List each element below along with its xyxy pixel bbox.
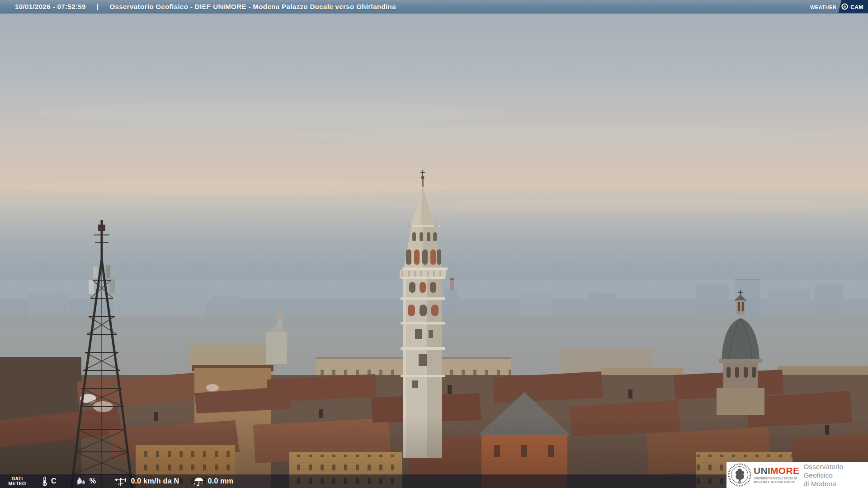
unimore-seal-icon — [728, 463, 751, 487]
webcam-page: 10/01/2026 - 07:52:59 | Osservatorio Geo… — [0, 0, 868, 488]
camera-title: Osservatorio Geofisico - DIEF UNIMORE - … — [109, 3, 396, 10]
weathercam-cam-box: Cam — [838, 0, 868, 13]
humidity-reading: % — [75, 476, 96, 486]
weathercam-weather-text: Weather — [810, 3, 836, 11]
top-info-bar: 10/01/2026 - 07:52:59 | Osservatorio Geo… — [0, 0, 868, 14]
observatory-name-line1: Osservatorio Geofisico — [803, 462, 868, 479]
humidity-value: % — [90, 477, 96, 485]
observatory-name: Osservatorio Geofisico di Modena — [803, 462, 868, 488]
unimore-subtitle-line1: UNIVERSITÀ DEGLI STUDI DI — [754, 477, 799, 480]
meteo-label-line2: METEO — [6, 481, 28, 486]
unimore-wordmark-block: UNIMORE UNIVERSITÀ DEGLI STUDI DI MODENA… — [754, 466, 799, 484]
city-photo — [0, 0, 868, 488]
unimore-subtitle-line2: MODENA E REGGIO EMILIA — [754, 480, 799, 484]
observatory-name-line2: di Modena — [803, 479, 868, 488]
unimore-uni-text: UNI — [754, 465, 770, 476]
wind-vane-icon — [114, 476, 127, 486]
weathercam-logo: Weather Cam — [810, 0, 868, 13]
weathercam-cam-text: Cam — [850, 2, 863, 11]
rain-value: 0.0 mm — [208, 477, 233, 485]
timestamp: 10/01/2026 - 07:52:59 — [15, 3, 86, 10]
umbrella-rain-icon — [193, 476, 204, 486]
separator: | — [97, 3, 99, 10]
temperature-value: C — [51, 477, 57, 485]
humidity-drops-icon — [75, 476, 86, 486]
unimore-subtitle: UNIVERSITÀ DEGLI STUDI DI MODENA E REGGI… — [754, 477, 799, 484]
thermometer-icon — [42, 476, 48, 486]
rain-reading: 0.0 mm — [193, 476, 233, 486]
unimore-more-text: MORE — [770, 465, 799, 476]
temperature-reading: C — [42, 476, 57, 486]
camera-lens-icon — [841, 3, 848, 10]
meteo-label: DATI METEO — [6, 476, 28, 486]
wind-value: 0.0 km/h da N — [131, 477, 179, 485]
wind-reading: 0.0 km/h da N — [114, 476, 179, 486]
unimore-logo-box: UNIMORE UNIVERSITÀ DEGLI STUDI DI MODENA… — [726, 462, 868, 488]
unimore-wordmark: UNIMORE — [754, 466, 799, 476]
